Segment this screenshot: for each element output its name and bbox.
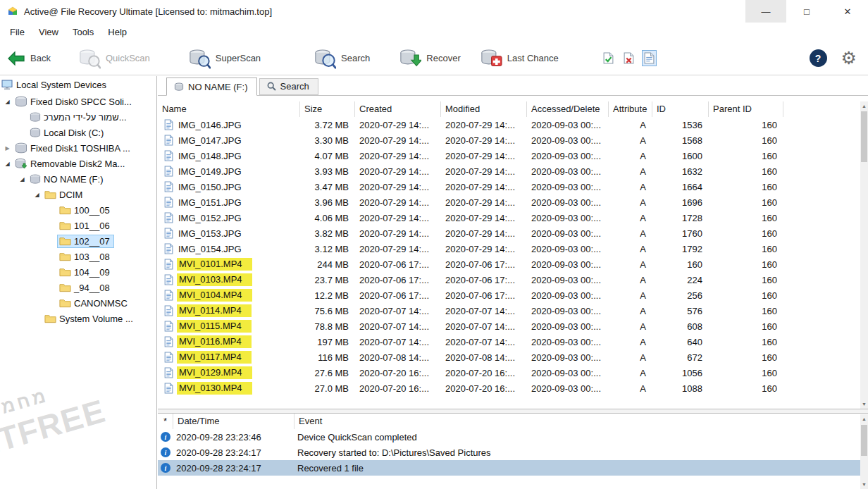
column-header-accessed[interactable]: Accessed/Delete bbox=[527, 101, 609, 117]
menu-tools[interactable]: Tools bbox=[66, 24, 101, 40]
file-row[interactable]: IMG_0148.JPG4.07 MB2020-07-29 14:...2020… bbox=[158, 148, 868, 163]
log-row[interactable]: i2020-09-28 23:23:46Device QuickScan com… bbox=[158, 429, 868, 445]
menu-file[interactable]: File bbox=[3, 24, 32, 40]
column-header-name[interactable]: Name bbox=[158, 101, 300, 117]
panel-splitter[interactable] bbox=[158, 409, 868, 414]
log-row[interactable]: i2020-09-28 23:24:17Recovery started to:… bbox=[158, 445, 868, 460]
file-row[interactable]: MVI_0116.MP4197 MB2020-07-07 14:...2020-… bbox=[158, 334, 868, 349]
collapse-arrow-icon[interactable]: ◢ bbox=[17, 176, 27, 182]
expand-arrow-icon[interactable]: ▶ bbox=[2, 145, 13, 151]
column-header-parent-id[interactable]: Parent ID bbox=[709, 101, 783, 117]
tree-item[interactable]: CANONMSC bbox=[0, 295, 156, 311]
document-icon bbox=[164, 321, 173, 332]
file-id: 1088 bbox=[652, 383, 709, 394]
file-created: 2020-07-29 14:... bbox=[355, 213, 441, 223]
maximize-button[interactable]: □ bbox=[786, 0, 827, 23]
tree-item[interactable]: 104__09 bbox=[0, 264, 156, 280]
menu-view[interactable]: View bbox=[32, 24, 66, 40]
file-row[interactable]: MVI_0130.MP427.0 MB2020-07-20 16:...2020… bbox=[158, 380, 868, 396]
close-button[interactable]: ✕ bbox=[827, 0, 868, 23]
file-row[interactable]: IMG_0150.JPG3.47 MB2020-07-29 14:...2020… bbox=[158, 179, 868, 194]
tree-item[interactable]: 100__05 bbox=[0, 202, 156, 218]
tree-item-label: Local Disk (C:) bbox=[44, 128, 104, 138]
settings-gear-icon[interactable]: ⚙ bbox=[841, 49, 857, 67]
log-row[interactable]: i2020-09-28 23:24:17Recovered 1 file bbox=[158, 460, 868, 476]
file-row[interactable]: MVI_0104.MP412.2 MB2020-07-06 17:...2020… bbox=[158, 287, 868, 303]
file-parent_id: 160 bbox=[709, 306, 783, 316]
file-accessed: 2020-09-03 00:... bbox=[527, 244, 609, 254]
tab-search[interactable]: Search bbox=[259, 78, 318, 95]
tree-item[interactable]: ◢NO NAME (F:) bbox=[0, 171, 156, 187]
file-row[interactable]: MVI_0114.MP475.6 MB2020-07-07 14:...2020… bbox=[158, 303, 868, 318]
file-row[interactable]: IMG_0154.JPG3.12 MB2020-07-29 14:...2020… bbox=[158, 241, 868, 256]
file-row[interactable]: MVI_0103.MP423.7 MB2020-07-06 17:...2020… bbox=[158, 272, 868, 287]
tree-item[interactable]: ▶Fixed Disk1 TOSHIBA ... bbox=[0, 140, 156, 156]
tree-item[interactable]: 101__06 bbox=[0, 218, 156, 233]
column-header-id[interactable]: ID bbox=[652, 101, 709, 117]
search-button[interactable]: Search bbox=[314, 48, 370, 69]
collapse-arrow-icon[interactable]: ◢ bbox=[2, 99, 13, 105]
column-header-modified[interactable]: Modified bbox=[441, 101, 527, 117]
volume-icon bbox=[30, 128, 41, 138]
column-header-size[interactable]: Size bbox=[300, 101, 355, 117]
document-icon bbox=[164, 274, 173, 285]
tree-item[interactable]: 103__08 bbox=[0, 249, 156, 264]
file-list-scrollbar-thumb[interactable] bbox=[861, 111, 867, 162]
scroll-down-icon[interactable]: ▼ bbox=[860, 400, 868, 409]
file-row[interactable]: MVI_0117.MP4116 MB2020-07-08 14:...2020-… bbox=[158, 349, 868, 365]
tab-no-name-f[interactable]: NO NAME (F:) bbox=[166, 78, 257, 96]
superscan-button[interactable]: SuperScan bbox=[189, 48, 261, 69]
tree-item[interactable]: ◢DCIM bbox=[0, 187, 156, 202]
scroll-down-icon[interactable]: ▼ bbox=[860, 480, 868, 489]
document-icon bbox=[164, 181, 173, 192]
file-row[interactable]: MVI_0115.MP478.8 MB2020-07-07 14:...2020… bbox=[158, 318, 868, 334]
tree-item[interactable]: ◢Removable Disk2 Ma... bbox=[0, 156, 156, 171]
file-row[interactable]: IMG_0149.JPG3.93 MB2020-07-29 14:...2020… bbox=[158, 163, 868, 179]
file-row[interactable]: IMG_0146.JPG3.72 MB2020-07-29 14:...2020… bbox=[158, 117, 868, 132]
file-id: 256 bbox=[652, 290, 709, 301]
file-row[interactable]: MVI_0101.MP4244 MB2020-07-06 17:...2020-… bbox=[158, 256, 868, 272]
file-row[interactable]: IMG_0151.JPG3.96 MB2020-07-29 14:...2020… bbox=[158, 194, 868, 210]
log-scrollbar-thumb[interactable] bbox=[861, 425, 867, 456]
file-row[interactable]: MVI_0129.MP427.6 MB2020-07-20 16:...2020… bbox=[158, 365, 868, 380]
tree-item[interactable]: ◢Fixed Disk0 SPCC Soli... bbox=[0, 94, 156, 109]
collapse-arrow-icon[interactable]: ◢ bbox=[32, 192, 42, 198]
tree-item[interactable]: שמור על-ידי המערכ... bbox=[0, 109, 156, 125]
log-column-datetime[interactable]: Date/Time bbox=[173, 414, 294, 429]
help-icon[interactable]: ? bbox=[810, 49, 827, 67]
tree-item[interactable]: System Volume ... bbox=[0, 311, 156, 326]
log-scrollbar[interactable]: ▲ ▼ bbox=[860, 414, 868, 489]
file-accessed: 2020-09-03 00:... bbox=[527, 290, 609, 301]
toolbar-button-label: Search bbox=[341, 53, 370, 63]
log-column-star[interactable]: * bbox=[158, 414, 173, 429]
file-list-scrollbar[interactable]: ▲ ▼ bbox=[860, 101, 868, 409]
scroll-up-icon[interactable]: ▲ bbox=[860, 414, 868, 423]
file-preview-icon[interactable] bbox=[642, 50, 657, 66]
tree-item[interactable]: 102__07 bbox=[0, 233, 156, 249]
collapse-arrow-icon[interactable]: ◢ bbox=[2, 161, 13, 167]
back-button[interactable]: Back bbox=[7, 51, 51, 66]
file-row[interactable]: IMG_0152.JPG4.06 MB2020-07-29 14:...2020… bbox=[158, 210, 868, 225]
title-bar: Active@ File Recovery Ultimate [Licensed… bbox=[0, 0, 868, 23]
column-header-attribute[interactable]: Attribute bbox=[609, 101, 652, 117]
tree-item[interactable]: Local Disk (C:) bbox=[0, 125, 156, 140]
file-row[interactable]: IMG_0147.JPG3.30 MB2020-07-29 14:...2020… bbox=[158, 132, 868, 148]
unrecoverable-files-icon[interactable] bbox=[621, 50, 636, 66]
file-modified: 2020-07-29 14:... bbox=[441, 166, 527, 177]
scroll-up-icon[interactable]: ▲ bbox=[860, 101, 868, 111]
minimize-button[interactable]: — bbox=[745, 0, 786, 23]
recoverable-files-icon[interactable] bbox=[601, 50, 616, 66]
file-row[interactable]: IMG_0153.JPG3.82 MB2020-07-29 14:...2020… bbox=[158, 225, 868, 241]
column-header-created[interactable]: Created bbox=[355, 101, 441, 117]
last-chance-button[interactable]: Last Chance bbox=[480, 48, 559, 69]
log-column-event[interactable]: Event bbox=[294, 414, 868, 429]
menu-help[interactable]: Help bbox=[101, 24, 134, 40]
file-size: 78.8 MB bbox=[300, 321, 355, 332]
file-parent_id: 160 bbox=[709, 259, 783, 270]
file-modified: 2020-07-20 16:... bbox=[441, 368, 527, 378]
tree-item-label: 100__05 bbox=[74, 205, 110, 216]
tree-item[interactable]: _94__08 bbox=[0, 280, 156, 295]
recover-button[interactable]: Recover bbox=[399, 48, 460, 69]
file-created: 2020-07-20 16:... bbox=[355, 368, 441, 378]
quickscan-button[interactable]: QuickScan bbox=[79, 48, 150, 69]
